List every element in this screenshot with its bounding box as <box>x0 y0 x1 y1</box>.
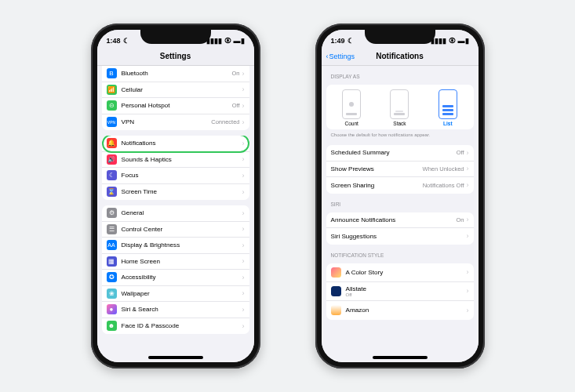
chevron-right-icon: › <box>242 257 245 265</box>
chevron-right-icon: › <box>467 268 469 276</box>
notch <box>365 30 435 44</box>
row-value: Notifications Off <box>423 182 464 189</box>
count-glyph-icon <box>342 89 361 119</box>
row-app-a-color-story[interactable]: A Color Story › <box>326 263 474 282</box>
accessibility-icon: ✪ <box>107 272 117 282</box>
row-label: Display & Brightness <box>122 241 240 249</box>
row-display[interactable]: AA Display & Brightness › <box>102 238 249 254</box>
row-value: Connected <box>211 118 239 125</box>
chevron-right-icon: › <box>467 149 469 157</box>
app-icon <box>331 305 341 315</box>
section-header-display-as: Display As <box>331 74 469 79</box>
row-hotspot[interactable]: ⊝ Personal Hotspot Off › <box>102 98 249 114</box>
hourglass-icon: ⌛ <box>107 187 117 197</box>
row-controlcenter[interactable]: ☰ Control Center › <box>102 222 249 238</box>
row-cellular[interactable]: 📶 Cellular › <box>102 82 249 99</box>
row-sounds[interactable]: 🔊 Sounds & Haptics › <box>102 152 249 169</box>
row-app-amazon[interactable]: Amazon › <box>326 301 474 320</box>
row-label: Notifications <box>122 140 240 147</box>
app-name: Allstate <box>346 285 464 292</box>
display-as-group: Count Stack List <box>326 85 474 129</box>
section-footer: Choose the default for how notifications… <box>331 132 469 137</box>
row-label: Screen Sharing <box>331 182 423 189</box>
row-screen-sharing[interactable]: Screen Sharing Notifications Off › <box>326 177 474 194</box>
display-as-label: List <box>443 121 453 126</box>
home-indicator[interactable] <box>148 356 203 359</box>
back-button[interactable]: ‹ Settings <box>326 53 355 60</box>
settings-scroll[interactable]: B Bluetooth On › 📶 Cellular › ⊝ Personal… <box>97 66 254 362</box>
row-value: Off <box>232 102 240 109</box>
row-label: General <box>122 209 240 216</box>
row-label: Home Screen <box>122 258 240 265</box>
chevron-right-icon: › <box>467 232 469 240</box>
row-show-previews[interactable]: Show Previews When Unlocked › <box>326 162 474 178</box>
stack-glyph-icon <box>390 89 409 119</box>
home-indicator[interactable] <box>373 356 428 359</box>
settings-group-general: ⚙ General › ☰ Control Center › AA Displa… <box>102 205 249 334</box>
chevron-right-icon: › <box>242 209 245 217</box>
chevron-right-icon: › <box>242 306 245 314</box>
nav-bar: Settings <box>97 47 254 66</box>
app-name: A Color Story <box>346 269 464 276</box>
row-label: Show Previews <box>331 165 423 172</box>
page-title: Settings <box>160 52 191 60</box>
screen: 1:48 ☾ ▮▮▮▮ ⦿ ▬▮ Settings B Bluetooth On… <box>97 30 254 362</box>
chevron-right-icon: › <box>242 70 245 78</box>
row-faceid[interactable]: ☻ Face ID & Passcode › <box>102 318 249 335</box>
gear-icon: ⚙ <box>107 208 117 218</box>
status-time: 1:48 <box>107 37 121 45</box>
moon-icon: ☾ <box>348 37 354 45</box>
grid-icon: ▦ <box>107 256 117 267</box>
row-label: Personal Hotspot <box>122 102 232 109</box>
speaker-icon: 🔊 <box>107 154 117 165</box>
battery-icon: ▬▮ <box>234 37 245 45</box>
phone-notifications: 1:49 ☾ ▮▮▮▮ ⦿ ▬▮ ‹ Settings Notification… <box>315 24 485 368</box>
row-scheduled-summary[interactable]: Scheduled Summary Off › <box>326 145 474 162</box>
faceid-icon: ☻ <box>107 321 117 331</box>
chevron-right-icon: › <box>467 307 469 314</box>
chevron-right-icon: › <box>467 165 469 172</box>
chevron-left-icon: ‹ <box>326 53 329 60</box>
bluetooth-icon: B <box>107 68 117 78</box>
preview-group: Scheduled Summary Off › Show Previews Wh… <box>326 145 474 194</box>
row-label: Cellular <box>122 86 240 93</box>
row-siri-suggestions[interactable]: Siri Suggestions › <box>326 228 474 245</box>
siri-group: Announce Notifications On › Siri Suggest… <box>326 212 474 245</box>
cellular-icon: 📶 <box>107 85 117 95</box>
row-announce[interactable]: Announce Notifications On › <box>326 212 474 229</box>
row-label: VPN <box>122 118 212 125</box>
row-general[interactable]: ⚙ General › <box>102 205 249 222</box>
row-vpn[interactable]: VPN VPN Connected › <box>102 114 249 131</box>
display-as-stack[interactable]: Stack <box>390 89 409 126</box>
status-indicators: ▮▮▮▮ ⦿ ▬▮ <box>431 34 469 47</box>
row-notifications[interactable]: 🔔 Notifications › <box>102 136 249 152</box>
row-label: Bluetooth <box>122 70 232 77</box>
row-accessibility[interactable]: ✪ Accessibility › <box>102 270 249 286</box>
chevron-right-icon: › <box>467 216 469 223</box>
settings-group-alerts: 🔔 Notifications › 🔊 Sounds & Haptics › ☾… <box>102 136 249 200</box>
row-siri[interactable]: ● Siri & Search › <box>102 302 249 318</box>
row-homescreen[interactable]: ▦ Home Screen › <box>102 254 249 270</box>
notch <box>140 30 211 44</box>
row-bluetooth[interactable]: B Bluetooth On › <box>102 66 249 82</box>
row-focus[interactable]: ☾ Focus › <box>102 168 249 184</box>
sliders-icon: ☰ <box>107 224 117 234</box>
row-wallpaper[interactable]: ❀ Wallpaper › <box>102 286 249 303</box>
back-label: Settings <box>329 53 355 60</box>
nav-bar: ‹ Settings Notifications <box>322 47 479 66</box>
notifications-scroll[interactable]: Display As Count Stack List <box>322 66 479 362</box>
row-label: Sounds & Haptics <box>122 156 240 163</box>
display-as-list[interactable]: List <box>439 89 457 126</box>
row-screentime[interactable]: ⌛ Screen Time › <box>102 184 249 201</box>
list-glyph-icon <box>439 89 457 119</box>
chevron-right-icon: › <box>467 181 469 189</box>
row-app-allstate[interactable]: Allstate Off › <box>326 282 474 301</box>
chevron-right-icon: › <box>242 172 245 180</box>
chevron-right-icon: › <box>242 274 245 281</box>
app-icon <box>331 286 341 296</box>
row-label: Focus <box>122 172 240 179</box>
app-sub: Off <box>346 292 464 297</box>
display-as-count[interactable]: Count <box>342 89 361 126</box>
display-as-label: Count <box>344 121 358 126</box>
display-as-picker: Count Stack List <box>326 85 474 129</box>
